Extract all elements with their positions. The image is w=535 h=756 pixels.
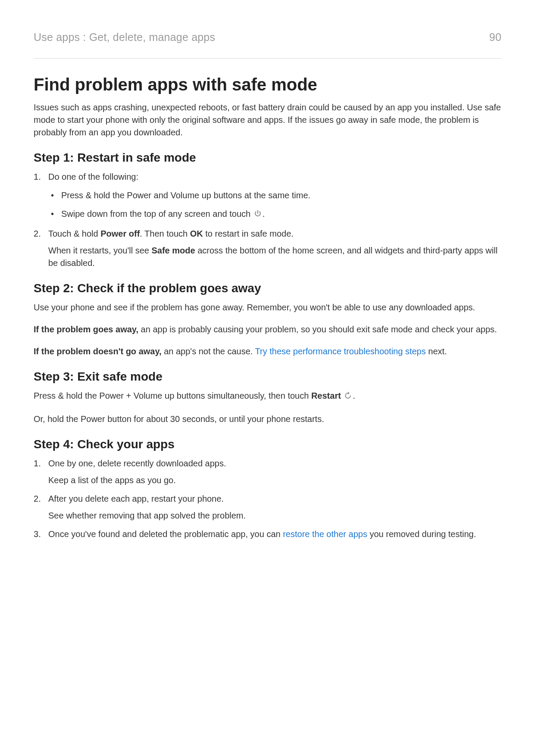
step3-p1-bold: Restart: [311, 391, 341, 400]
document-page: Use apps : Get, delete, manage apps 90 F…: [0, 0, 535, 756]
step2-p3-mid: an app's not the cause.: [162, 347, 255, 356]
header-divider: [34, 58, 501, 59]
page-number: 90: [489, 31, 501, 44]
step4-item-2: After you delete each app, restart your …: [34, 493, 501, 522]
step2-p2: If the problem goes away, an app is prob…: [34, 323, 501, 336]
step4-item-1-sub: Keep a list of the apps as you go.: [48, 474, 501, 487]
step4-item-2-sub: See whether removing that app solved the…: [48, 509, 501, 522]
step2-heading: Step 2: Check if the problem goes away: [34, 281, 501, 295]
step2-p1: Use your phone and see if the problem ha…: [34, 301, 501, 314]
step1-heading: Step 1: Restart in safe mode: [34, 151, 501, 165]
step2-p3-bold: If the problem doesn't go away,: [34, 347, 162, 356]
step2-p3-end: next.: [426, 347, 447, 356]
step4-heading: Step 4: Check your apps: [34, 437, 501, 451]
restore-other-apps-link[interactable]: restore the other apps: [283, 529, 367, 539]
step1-sublist: Press & hold the Power and Volume up but…: [48, 189, 501, 222]
step1-item-2-text-b: . Then touch: [140, 229, 190, 238]
step4-item-2-text: After you delete each app, restart your …: [48, 494, 224, 503]
restart-icon: [344, 391, 352, 403]
step4-item-1-text: One by one, delete recently downloaded a…: [48, 459, 226, 468]
step4-list: One by one, delete recently downloaded a…: [34, 457, 501, 540]
step1-item-1: Do one of the following: Press & hold th…: [34, 171, 501, 222]
step1-item-1-text: Do one of the following:: [48, 172, 138, 181]
performance-troubleshooting-link[interactable]: Try these performance troubleshooting st…: [255, 347, 426, 356]
step3-heading: Step 3: Exit safe mode: [34, 370, 501, 384]
step2-p2-bold: If the problem goes away,: [34, 325, 138, 334]
intro-paragraph: Issues such as apps crashing, unexpected…: [34, 101, 501, 139]
step1-item-2-subtext: When it restarts, you'll see Safe mode a…: [48, 244, 501, 269]
step4-item-3: Once you've found and deleted the proble…: [34, 528, 501, 540]
step3-p1-b: [341, 391, 344, 400]
step3-p1-c: .: [353, 391, 355, 400]
step2-p3: If the problem doesn't go away, an app's…: [34, 345, 501, 358]
step1-bullet-2: Swipe down from the top of any screen an…: [48, 208, 501, 222]
page-header-row: Use apps : Get, delete, manage apps 90: [34, 31, 501, 44]
step1-item-2-text-a: Touch & hold: [48, 229, 100, 238]
step3-p1: Press & hold the Power + Volume up butto…: [34, 390, 501, 403]
step1-list: Do one of the following: Press & hold th…: [34, 171, 501, 269]
step1-bullet-1: Press & hold the Power and Volume up but…: [48, 189, 501, 202]
step1-bullet-2-text-b: .: [263, 209, 265, 219]
breadcrumb: Use apps : Get, delete, manage apps: [34, 31, 215, 44]
page-title: Find problem apps with safe mode: [34, 75, 501, 94]
step1-item-2-sub-bold: Safe mode: [151, 246, 195, 255]
step1-item-2-bold2: OK: [190, 229, 203, 238]
step3-p2: Or, hold the Power button for about 30 s…: [34, 413, 501, 425]
step4-item-3-b: you removed during testing.: [367, 529, 476, 539]
step1-item-2: Touch & hold Power off. Then touch OK to…: [34, 228, 501, 269]
step2-p2-rest: an app is probably causing your problem,…: [138, 325, 497, 334]
step1-item-2-bold1: Power off: [100, 229, 140, 238]
step1-bullet-2-text-a: Swipe down from the top of any screen an…: [61, 209, 253, 219]
step1-item-2-text-c: to restart in safe mode.: [203, 229, 294, 238]
step1-item-2-sub-a: When it restarts, you'll see: [48, 246, 151, 255]
step4-item-1: One by one, delete recently downloaded a…: [34, 457, 501, 487]
step3-p1-a: Press & hold the Power + Volume up butto…: [34, 391, 311, 400]
step4-item-3-a: Once you've found and deleted the proble…: [48, 529, 283, 539]
power-icon: [253, 209, 262, 222]
